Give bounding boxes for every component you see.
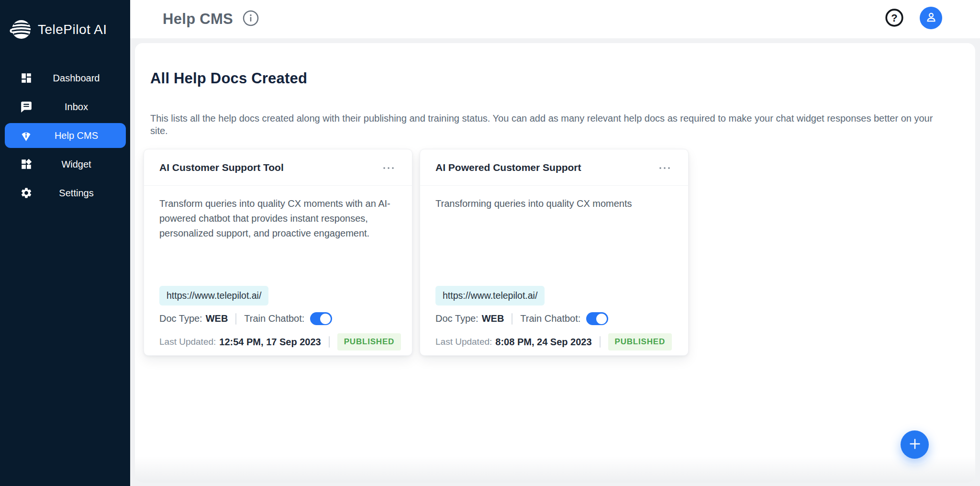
doc-type-value: WEB	[206, 313, 228, 324]
divider	[600, 336, 601, 348]
section-heading: All Help Docs Created	[150, 70, 307, 87]
question-circle-icon[interactable]: ?	[884, 8, 904, 28]
doc-card-header: AI Powered Customer Support	[420, 149, 688, 186]
top-header: Help CMS ?	[130, 0, 980, 38]
doc-cards-row: AI Customer Support Tool Transform queri…	[144, 149, 689, 356]
sidebar-item-widget[interactable]: Widget	[5, 152, 126, 177]
doc-status-row: Last Updated: 12:54 PM, 17 Sep 2023 PUBL…	[159, 333, 401, 350]
doc-meta-row: Doc Type: WEB Train Chatbot:	[435, 312, 608, 325]
doc-card-title: AI Powered Customer Support	[435, 162, 581, 173]
sidebar-item-settings[interactable]: Settings	[5, 181, 126, 205]
account-button[interactable]	[920, 7, 942, 29]
doc-card-header: AI Customer Support Tool	[144, 149, 412, 186]
divider	[329, 336, 330, 348]
doc-meta-row: Doc Type: WEB Train Chatbot:	[159, 312, 332, 325]
plus-icon	[908, 437, 922, 453]
help-fan-icon	[20, 129, 33, 142]
help-docs-panel: All Help Docs Created This lists all the…	[135, 43, 975, 483]
doc-card: AI Customer Support Tool Transform queri…	[144, 149, 412, 356]
divider	[235, 313, 236, 325]
sidebar-nav: Dashboard Inbox Help CMS	[0, 66, 130, 209]
brand-logo-icon	[10, 18, 32, 41]
last-updated-label: Last Updated:	[435, 337, 492, 347]
gear-icon	[20, 187, 33, 200]
divider	[512, 313, 512, 325]
brand-name: TelePilot AI	[38, 22, 107, 37]
sidebar: TelePilot AI Dashboard Inbox	[0, 0, 130, 486]
widgets-icon	[20, 158, 33, 171]
ellipsis-icon[interactable]	[379, 160, 398, 175]
toggle-knob	[596, 314, 607, 324]
train-chatbot-toggle[interactable]	[586, 312, 608, 325]
train-chatbot-label: Train Chatbot:	[244, 313, 304, 324]
page-title: Help CMS	[163, 11, 233, 28]
add-doc-fab[interactable]	[901, 430, 929, 459]
doc-status-row: Last Updated: 8:08 PM, 24 Sep 2023 PUBLI…	[435, 333, 672, 350]
doc-type-label: Doc Type:	[435, 313, 479, 324]
last-updated-value: 8:08 PM, 24 Sep 2023	[495, 337, 591, 348]
doc-card-description: Transform queries into quality CX moment…	[159, 196, 392, 241]
doc-type-value: WEB	[482, 313, 504, 324]
chat-bubble-icon	[20, 101, 33, 113]
doc-card: AI Powered Customer Support Transforming…	[420, 149, 689, 356]
train-chatbot-toggle[interactable]	[310, 312, 332, 325]
last-updated-label: Last Updated:	[159, 337, 216, 347]
sidebar-item-inbox[interactable]: Inbox	[5, 94, 126, 119]
doc-url-chip[interactable]: https://www.telepilot.ai/	[159, 286, 268, 305]
train-chatbot-label: Train Chatbot:	[520, 313, 580, 324]
toggle-knob	[320, 314, 331, 324]
ellipsis-icon[interactable]	[656, 160, 674, 175]
doc-card-title: AI Customer Support Tool	[159, 162, 284, 173]
person-icon	[924, 11, 938, 26]
doc-card-description: Transforming queries into quality CX mom…	[435, 196, 668, 211]
brand: TelePilot AI	[10, 18, 107, 41]
content-area: All Help Docs Created This lists all the…	[130, 38, 980, 486]
info-circle-icon[interactable]	[242, 10, 259, 27]
sidebar-item-help-cms[interactable]: Help CMS	[5, 123, 126, 148]
section-description: This lists all the help docs created alo…	[150, 112, 945, 137]
sidebar-item-dashboard[interactable]: Dashboard	[5, 66, 126, 90]
svg-text:?: ?	[891, 12, 897, 24]
status-badge: PUBLISHED	[337, 333, 401, 350]
dashboard-icon	[20, 72, 33, 85]
doc-type-label: Doc Type:	[159, 313, 202, 324]
last-updated-value: 12:54 PM, 17 Sep 2023	[219, 337, 321, 348]
status-badge: PUBLISHED	[608, 333, 672, 350]
doc-url-chip[interactable]: https://www.telepilot.ai/	[435, 286, 545, 305]
